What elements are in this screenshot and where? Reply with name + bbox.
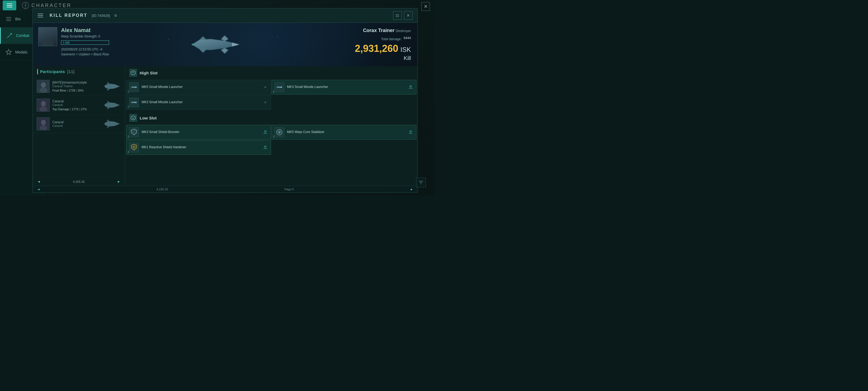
filter-button[interactable] (416, 177, 426, 187)
hamburger-icon (7, 3, 12, 7)
slot-name-4: MK3 Small Shield Booster (142, 130, 260, 134)
filter-icon (418, 180, 424, 185)
player-details: Alex Namat Warp Scramble Strength: 0 1 K… (61, 27, 109, 56)
final-blow-label: Final Blow (52, 89, 66, 92)
sidebar-bio-label: Bio (15, 17, 21, 21)
kill-count-badge: 1 Kill (61, 40, 109, 45)
svg-marker-28 (107, 89, 109, 91)
svg-rect-45 (131, 86, 132, 88)
isk-value: 2,931,260 (355, 43, 398, 54)
player-name: Alex Namat (61, 27, 109, 33)
slot-action-6[interactable] (262, 145, 268, 150)
participants-title: Participants (40, 69, 65, 74)
svg-marker-41 (131, 71, 135, 75)
section-bar (37, 69, 38, 75)
kill-location: Sarenemi < Urpiken < Black Rise (61, 52, 109, 56)
kill-report-bottom-bar: ◄ 4,155.32 Page 5 ► (33, 186, 417, 193)
vitruvian-icon (22, 2, 29, 9)
svg-marker-18 (199, 36, 207, 40)
kr-header-actions: ⊡ ✕ (393, 11, 412, 20)
missile-launcher-icon-1 (130, 83, 138, 91)
app-close-button[interactable]: ✕ (421, 2, 430, 11)
low-slot-title: Low Slot (140, 116, 157, 120)
ship-thumbnail-3 (104, 118, 121, 130)
bottom-bar-left-arrow[interactable]: ◄ (37, 188, 40, 191)
kill-stats: Corax Trainer Destroyer Total damage: 64… (283, 23, 417, 66)
avatar-portrait-2 (37, 99, 50, 112)
svg-marker-39 (107, 119, 109, 121)
svg-point-59 (265, 131, 266, 132)
bottom-bar-right-arrow[interactable]: ► (410, 188, 413, 191)
missile-launcher-icon-2 (275, 83, 284, 91)
kr-close-button[interactable]: ✕ (404, 11, 412, 20)
participant-item-3: Caracal Caracal (33, 115, 125, 133)
svg-marker-27 (107, 82, 109, 84)
kill-result-label: Kill (404, 55, 411, 61)
svg-marker-26 (104, 84, 120, 89)
slot-item-icon-6 (129, 143, 139, 152)
page-arrow-left[interactable]: ◄ (37, 180, 40, 184)
avatar-portrait-1 (37, 80, 50, 93)
svg-marker-55 (131, 116, 135, 120)
copy-icon[interactable]: ⧉ (115, 13, 117, 18)
participant-ship-3: Caracal (52, 124, 101, 127)
slot-item-warp-stabilizer: 1 MK5 Warp Core Stabilizer (272, 125, 416, 140)
svg-marker-32 (104, 102, 120, 108)
participant-ship-icon-3 (104, 118, 121, 130)
kill-report-hero: Alex Namat Warp Scramble Strength: 0 1 K… (33, 23, 417, 66)
low-slot-header: Low Slot (125, 111, 417, 124)
hamburger-button[interactable] (3, 1, 16, 10)
low-slot-icon (129, 114, 137, 122)
high-slot-title: High Slot (140, 71, 158, 75)
participant-stats-2: Top Damage | 1773 | 27% (52, 108, 101, 111)
kill-report-header: KILL REPORT [ID:740928] ⧉ ⊡ ✕ (33, 8, 417, 23)
page-arrow-right[interactable]: ► (117, 180, 120, 184)
shield-up-icon (131, 70, 135, 75)
slot-item-mk3-missile-launcher-right: 1 MK3 Small Missile Launcher (272, 80, 416, 94)
participants-panel: Participants [11] [MATE]AmarrianAcolyte (33, 66, 125, 186)
missile-launcher-icon-3 (130, 98, 138, 107)
slot-qty-5: 1 (273, 135, 275, 138)
participant-ship-icon-2 (104, 99, 121, 111)
participant-pct-1: 26% (78, 89, 84, 92)
kill-report-title: KILL REPORT (50, 13, 87, 18)
avatar-portrait-3 (37, 118, 50, 130)
participant-damage-val-1: 1739 (69, 89, 75, 92)
slot-name-5: MK5 Warp Core Stabilizer (287, 130, 405, 134)
svg-rect-54 (131, 102, 132, 103)
slot-item-icon-3 (129, 97, 139, 107)
combat-icon (6, 32, 13, 39)
kr-export-button[interactable]: ⊡ (393, 11, 402, 20)
svg-line-12 (7, 36, 9, 38)
kr-menu-button[interactable] (38, 12, 45, 19)
svg-marker-38 (104, 121, 120, 127)
participant-info-3: Caracal Caracal (52, 120, 101, 127)
slot-action-4[interactable] (262, 130, 268, 135)
bottom-amount: 4,155.32 (73, 180, 85, 183)
svg-marker-34 (107, 108, 109, 109)
top-damage-label: Top Damage (52, 108, 69, 111)
ship-type: Destroyer (396, 29, 411, 33)
svg-marker-19 (199, 49, 207, 53)
participant-avatar-2 (37, 99, 50, 112)
kill-report-panel: KILL REPORT [ID:740928] ⧉ ⊡ ✕ Alex Namat (33, 8, 418, 193)
svg-point-1 (25, 3, 26, 5)
slot-action-2[interactable] (408, 84, 413, 90)
slot-action-3[interactable]: × (262, 100, 268, 105)
slot-qty-2: 1 (273, 90, 275, 93)
svg-point-24 (41, 82, 46, 88)
ship-thumbnail-2 (104, 99, 121, 111)
svg-rect-49 (277, 86, 278, 88)
app-title: CHARACTER (31, 3, 72, 8)
svg-point-63 (279, 132, 280, 133)
svg-marker-17 (221, 48, 228, 54)
slot-action-5[interactable] (408, 130, 413, 135)
slot-name-2: MK3 Small Missile Launcher (287, 85, 405, 89)
participant-avatar-1 (37, 80, 50, 93)
participant-avatar-3 (37, 117, 50, 130)
svg-marker-40 (107, 127, 109, 128)
slot-action-1[interactable]: × (262, 84, 268, 90)
slot-name-1: MK5 Small Missile Launcher (142, 85, 260, 89)
svg-point-50 (410, 86, 411, 87)
slot-qty-4: 1 (127, 135, 129, 138)
